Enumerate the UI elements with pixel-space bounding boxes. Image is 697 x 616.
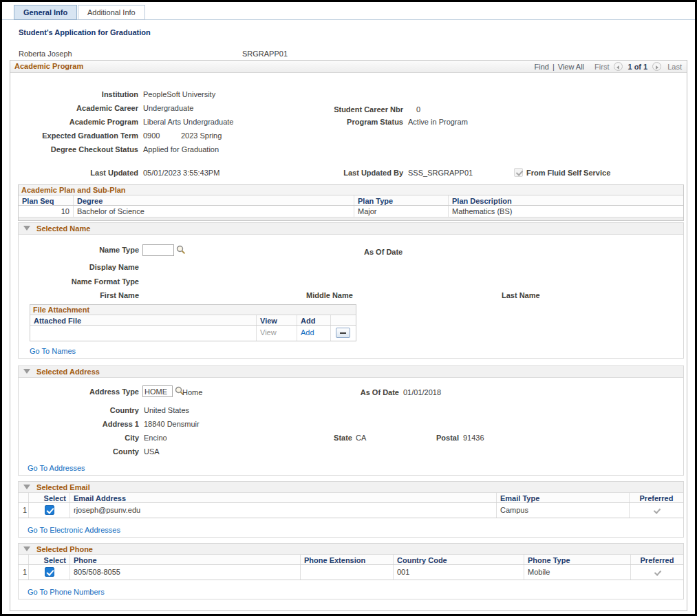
program-status-label: Program Status <box>300 118 403 126</box>
selected-phone-title: Selected Phone <box>36 545 93 553</box>
name-type-lookup-icon[interactable] <box>176 245 186 255</box>
academic-program-value: Liberal Arts Undergraduate <box>143 118 233 126</box>
tab-general-info[interactable]: General Info <box>14 5 77 20</box>
degree-checkout-status-label: Degree Checkout Status <box>10 145 138 153</box>
middle-name-label: Middle Name <box>306 291 353 299</box>
postal-value: 91436 <box>463 434 484 442</box>
selected-email-section: Selected Email Select Email Address Emai… <box>18 481 684 538</box>
academic-career-label: Academic Career <box>10 104 138 112</box>
tab-additional-info[interactable]: Additional Info <box>78 5 145 20</box>
plan-seq-value: 10 <box>19 206 74 217</box>
collapse-selected-email-icon[interactable] <box>23 485 30 489</box>
page-title: Student's Application for Graduation <box>19 28 151 36</box>
selected-email-header: Selected Email <box>19 482 683 493</box>
selected-email-title: Selected Email <box>36 483 90 491</box>
find-link[interactable]: Find <box>534 63 548 71</box>
selected-name-header: Selected Name <box>19 223 683 235</box>
add-header: Add <box>297 315 331 325</box>
county-label: County <box>22 447 139 456</box>
student-career-nbr-value: 0 <box>416 105 420 114</box>
phone-type-value: Mobile <box>524 565 631 580</box>
plan-type-header: Plan Type <box>354 195 449 205</box>
email-preferred-checkbox <box>652 506 661 515</box>
phone-select-checkbox[interactable] <box>45 567 54 577</box>
state-label: State <box>297 434 352 442</box>
phone-select-header: Select <box>29 555 70 564</box>
student-career-nbr-label: Student Career Nbr <box>300 105 403 114</box>
academic-program-groupbox: Academic Program Find | View All First 1… <box>10 60 687 611</box>
email-select-header: Select <box>29 493 70 502</box>
address1-label: Address 1 <box>22 420 139 428</box>
collapse-selected-phone-icon[interactable] <box>23 546 30 551</box>
academic-program-label: Academic Program <box>10 118 138 126</box>
academic-plan-grid-title: Academic Plan and Sub-Plan <box>19 185 683 195</box>
display-name-label: Display Name <box>22 263 139 271</box>
phone-row: 1 805/508-8055 001 Mobile <box>19 565 683 580</box>
program-status-value: Active in Program <box>408 118 468 126</box>
country-code-value: 001 <box>394 565 524 580</box>
last-name-label: Last Name <box>502 291 540 299</box>
address-type-input[interactable] <box>142 385 173 397</box>
go-to-electronic-addresses-link[interactable]: Go To Electronic Addresses <box>28 526 120 534</box>
view-link: View <box>257 326 297 341</box>
academic-plan-grid-header: Plan Seq Degree Plan Type Plan Descripti… <box>19 195 683 206</box>
last-link[interactable]: Last <box>667 63 682 71</box>
attached-file-header: Attached File <box>30 315 257 325</box>
email-select-checkbox[interactable] <box>45 505 54 515</box>
delete-row-icon[interactable] <box>336 328 350 338</box>
phone-row-number: 1 <box>19 565 29 580</box>
name-type-label: Name Type <box>22 246 139 254</box>
email-grid-header: Select Email Address Email Type Preferre… <box>19 493 683 503</box>
phone-grid-header: Select Phone Phone Extension Country Cod… <box>19 555 683 565</box>
phone-preferred-cell <box>631 565 683 580</box>
collapse-selected-name-icon[interactable] <box>23 226 30 231</box>
selected-name-section: Selected Name Name Type As Of Date Displ… <box>18 222 684 359</box>
academic-program-header-bar: Academic Program Find | View All First 1… <box>10 61 687 73</box>
next-row-icon[interactable] <box>652 62 661 71</box>
plan-description-header: Plan Description <box>449 195 685 205</box>
component-id: SRGRAPP01 <box>242 50 288 58</box>
last-updated-by-label: Last Updated By <box>300 169 403 177</box>
degree-header: Degree <box>74 195 354 205</box>
selected-address-title: Selected Address <box>36 368 100 376</box>
file-attachment-row: View Add <box>30 326 356 341</box>
expected-grad-term-desc: 2023 Spring <box>181 131 222 140</box>
from-fluid-label: From Fluid Self Service <box>526 169 610 177</box>
go-to-addresses-link[interactable]: Go To Addresses <box>28 464 85 472</box>
go-to-names-link[interactable]: Go To Names <box>30 347 76 355</box>
file-attachment-title: File Attachment <box>30 305 356 315</box>
country-value: United States <box>144 406 189 414</box>
first-name-label: First Name <box>22 291 139 299</box>
email-row: 1 rjoseph@psunv.edu Campus <box>19 503 683 518</box>
add-link[interactable]: Add <box>297 326 331 341</box>
academic-career-value: Undergraduate <box>143 104 193 112</box>
email-type-value: Campus <box>497 503 630 518</box>
address1-value: 18840 Densmuir <box>144 420 200 428</box>
view-all-link[interactable]: View All <box>558 63 584 71</box>
collapse-selected-address-icon[interactable] <box>23 369 30 374</box>
plan-seq-header: Plan Seq <box>19 195 74 205</box>
file-attachment-grid: File Attachment Attached File View Add V… <box>30 304 356 341</box>
selected-address-section: Selected Address Address Type Home As Of… <box>18 365 684 476</box>
last-updated-value: 05/01/2023 3:55:43PM <box>143 169 219 177</box>
selected-phone-section: Selected Phone Select Phone Phone Extens… <box>18 543 684 599</box>
name-type-input[interactable] <box>142 244 174 256</box>
institution-label: Institution <box>10 90 138 98</box>
address-type-desc: Home <box>182 388 202 396</box>
phone-preferred-checkbox <box>652 568 661 577</box>
institution-value: PeopleSoft University <box>143 90 215 98</box>
academic-program-title: Academic Program <box>14 62 83 70</box>
state-value: CA <box>356 434 366 442</box>
application-window: General Info Additional Info Student's A… <box>0 0 697 616</box>
postal-label: Postal <box>404 434 459 442</box>
email-row-number: 1 <box>19 503 29 518</box>
first-link[interactable]: First <box>594 63 609 71</box>
selected-address-header: Selected Address <box>19 366 683 378</box>
plan-type-value: Major <box>354 206 449 217</box>
phone-grid: Select Phone Phone Extension Country Cod… <box>19 555 683 580</box>
email-type-header: Email Type <box>497 493 630 502</box>
expected-grad-term-code: 0900 <box>143 131 160 140</box>
previous-row-icon[interactable] <box>614 62 623 71</box>
go-to-phone-numbers-link[interactable]: Go To Phone Numbers <box>28 588 105 596</box>
phone-header: Phone <box>70 555 301 564</box>
